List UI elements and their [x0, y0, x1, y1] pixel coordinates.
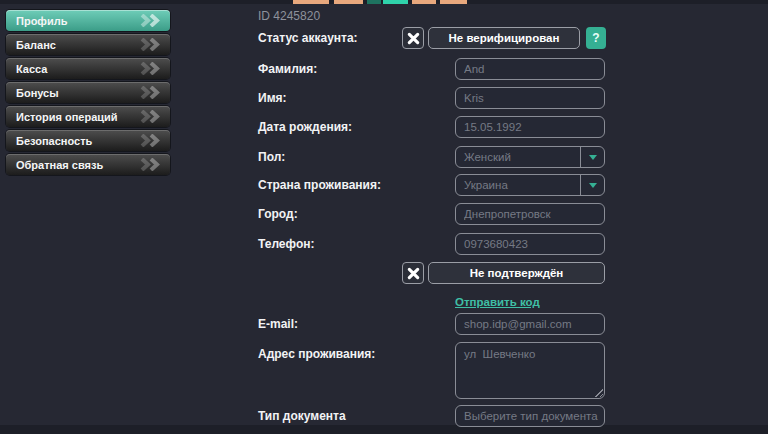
sidebar-item-balance[interactable]: Баланс [6, 34, 170, 55]
chevron-down-icon [589, 183, 597, 188]
double-chevron-right-icon [139, 38, 163, 51]
phone-status-row: Не подтверждён [258, 262, 768, 284]
email-label: E-mail: [258, 317, 298, 331]
phone-label: Телефон: [258, 237, 314, 251]
sidebar-item-cashier[interactable]: Касса [6, 58, 170, 79]
birth-date-field[interactable] [455, 116, 605, 138]
header-cutoff-strip [0, 0, 768, 4]
logo-fragment [412, 0, 436, 4]
send-code-link[interactable]: Отправить код [455, 296, 540, 308]
phone-confirmation-status-button[interactable]: Не подтверждён [428, 262, 605, 284]
country-label: Страна проживания: [258, 178, 381, 192]
gender-selected-value: Женский [456, 147, 580, 167]
sidebar-item-feedback[interactable]: Обратная связь [6, 154, 170, 175]
verification-status-button[interactable]: Не верифицирован [428, 27, 580, 49]
phone-row: Телефон: [258, 233, 768, 255]
last-name-field[interactable] [455, 58, 605, 80]
account-status-row: Статус аккаунта: Не верифицирован ? [258, 27, 768, 49]
document-type-select[interactable]: Выберите тип документа [455, 405, 605, 427]
phone-unconfirmed-button[interactable] [402, 262, 424, 284]
double-chevron-right-icon [139, 134, 163, 147]
sidebar-item-label: Бонусы [16, 87, 59, 99]
logo-fragment [367, 0, 381, 4]
sidebar-item-label: Касса [16, 63, 47, 75]
account-status-label: Статус аккаунта: [258, 31, 358, 45]
birth-date-label: Дата рождения: [258, 120, 352, 134]
email-row: E-mail: [258, 313, 768, 335]
send-code-row: Отправить код [258, 291, 768, 313]
cross-icon [407, 32, 420, 45]
cross-icon [407, 267, 420, 280]
document-type-row: Тип документа Выберите тип документа [258, 405, 768, 427]
sidebar-item-label: Баланс [16, 39, 56, 51]
first-name-label: Имя: [258, 91, 287, 105]
last-name-row: Фамилия: [258, 58, 768, 80]
account-sidebar: Профиль Баланс Касса Бонусы История опер… [6, 10, 170, 178]
city-field[interactable] [455, 203, 605, 225]
help-button[interactable]: ? [586, 27, 606, 49]
country-dropdown-zone[interactable] [580, 175, 604, 195]
chevron-down-icon [589, 155, 597, 160]
address-row: Адрес проживания: ул Шевченко [258, 342, 768, 399]
city-row: Город: [258, 203, 768, 225]
sidebar-item-history[interactable]: История операций [6, 106, 170, 127]
email-field[interactable] [455, 313, 605, 335]
sidebar-item-security[interactable]: Безопасность [6, 130, 170, 151]
last-name-label: Фамилия: [258, 62, 317, 76]
city-label: Город: [258, 207, 298, 221]
status-unverified-button[interactable] [402, 27, 424, 49]
user-id-row: ID 4245820 [258, 5, 768, 27]
double-chevron-right-icon [139, 158, 163, 171]
country-row: Страна проживания: Украина [258, 174, 768, 196]
document-type-selected-value: Выберите тип документа [456, 406, 605, 426]
phone-field[interactable] [455, 233, 605, 255]
gender-row: Пол: Женский [258, 146, 768, 168]
double-chevron-right-icon [139, 62, 163, 75]
first-name-field[interactable] [455, 87, 605, 109]
document-type-label: Тип документа [258, 409, 346, 423]
birth-date-row: Дата рождения: [258, 116, 768, 138]
double-chevron-right-icon [139, 110, 163, 123]
first-name-row: Имя: [258, 87, 768, 109]
sidebar-item-label: Профиль [16, 15, 67, 27]
sidebar-item-bonuses[interactable]: Бонусы [6, 82, 170, 103]
user-id: ID 4245820 [258, 9, 320, 23]
logo-fragment [293, 0, 329, 4]
gender-select[interactable]: Женский [455, 146, 605, 168]
double-chevron-right-icon [139, 86, 163, 99]
gender-label: Пол: [258, 150, 285, 164]
country-selected-value: Украина [456, 175, 580, 195]
logo-fragment [383, 0, 408, 4]
double-chevron-right-icon [139, 14, 163, 27]
sidebar-item-label: Обратная связь [16, 159, 103, 171]
logo-fragment [334, 0, 363, 4]
sidebar-item-profile[interactable]: Профиль [6, 10, 170, 31]
sidebar-item-label: История операций [16, 111, 118, 123]
country-select[interactable]: Украина [455, 174, 605, 196]
sidebar-item-label: Безопасность [16, 135, 92, 147]
address-label: Адрес проживания: [258, 347, 375, 361]
gender-dropdown-zone[interactable] [580, 147, 604, 167]
logo-fragment [440, 0, 467, 4]
address-field[interactable]: ул Шевченко [455, 342, 605, 399]
